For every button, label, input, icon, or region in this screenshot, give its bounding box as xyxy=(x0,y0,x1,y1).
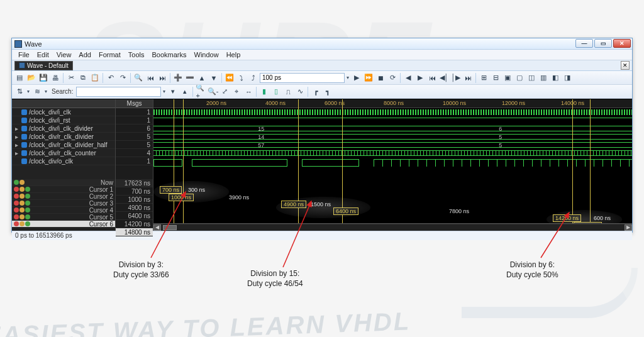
scroll-right-icon[interactable]: ▶ xyxy=(625,224,632,231)
signal-name[interactable]: /clock_div/i_clk xyxy=(29,109,71,116)
menu-edit[interactable]: Edit xyxy=(33,50,53,59)
time-step-dropdown-icon[interactable]: ▾ xyxy=(345,72,350,84)
step-out-icon[interactable]: ⤴ xyxy=(248,72,259,84)
menu-view[interactable]: View xyxy=(53,50,75,59)
scroll-left-icon[interactable]: ◀ xyxy=(153,224,161,231)
zoom-out-icon[interactable]: 🔍- xyxy=(207,86,218,97)
up-icon[interactable]: ▲ xyxy=(196,72,208,84)
close-button[interactable]: ✕ xyxy=(613,39,631,48)
wave-window: Wave — ▭ ✕ File Edit View Add Format Too… xyxy=(11,38,633,233)
tab-close-icon[interactable]: ✕ xyxy=(621,61,630,70)
cursor-row: Cursor 5 xyxy=(12,214,115,221)
signal-name[interactable]: /clock_div/o_clk xyxy=(29,158,73,165)
add-wave-icon[interactable]: ➕ xyxy=(172,72,184,84)
zoom-cursor-icon[interactable]: ⌖ xyxy=(231,86,242,97)
signal-name[interactable]: /clock_div/r_clk_counter xyxy=(29,150,96,157)
collapse-icon[interactable]: ⊟ xyxy=(490,72,501,84)
signal-name[interactable]: /clock_div/i_rst xyxy=(29,117,70,124)
cursor-left-icon[interactable]: ◀ xyxy=(402,72,414,84)
msgs-column: Msgs 1 1 6 5 5 4 1 17623 ns 700 ns 1000 … xyxy=(116,99,153,231)
scroll-thumb[interactable] xyxy=(163,225,177,230)
copy-icon[interactable]: ⧉ xyxy=(77,72,89,84)
next-edge-icon[interactable]: │▶ xyxy=(450,72,462,84)
signal-name[interactable]: /clock_div/i_clk_divider xyxy=(29,125,93,132)
horizontal-scrollbar[interactable]: ◀ ▶ xyxy=(153,223,632,231)
falling-edge-icon[interactable]: ┓ xyxy=(322,86,333,97)
zoom-range-icon[interactable]: ↔ xyxy=(243,86,254,97)
new-icon[interactable]: ▤ xyxy=(14,72,25,84)
search-up-icon[interactable]: ▴ xyxy=(179,86,191,97)
maximize-button[interactable]: ▭ xyxy=(594,39,612,48)
search-dropdown-icon[interactable]: ▾ xyxy=(162,86,167,97)
redo-icon[interactable]: ↷ xyxy=(117,72,128,84)
menu-file[interactable]: File xyxy=(14,50,33,59)
cursor-line-2[interactable] xyxy=(183,99,184,231)
zoom-full-icon[interactable]: ⤢ xyxy=(219,86,230,97)
find-next-icon[interactable]: ⏭ xyxy=(157,72,168,84)
step-in-icon[interactable]: ⤵ xyxy=(236,72,247,84)
time-step-field[interactable] xyxy=(260,73,345,83)
remove-wave-icon[interactable]: ➖ xyxy=(184,72,196,84)
menu-bar: File Edit View Add Format Tools Bookmark… xyxy=(12,50,632,60)
menu-format[interactable]: Format xyxy=(95,50,125,59)
down-icon[interactable]: ▼ xyxy=(208,72,219,84)
last-edge-icon[interactable]: ⏭ xyxy=(462,72,474,84)
layout4-icon[interactable]: ◨ xyxy=(562,72,573,84)
delta-label: 7800 ns xyxy=(449,208,469,214)
layout2-icon[interactable]: ▥ xyxy=(538,72,549,84)
prev-edge-icon[interactable]: ◀│ xyxy=(438,72,450,84)
group-icon[interactable]: ▣ xyxy=(502,72,513,84)
waveform-canvas[interactable]: 2000 ns 4000 ns 6000 ns 8000 ns 10000 ns… xyxy=(153,99,632,231)
wave-toggle-dd-icon[interactable]: ▾ xyxy=(43,86,48,97)
menu-bookmarks[interactable]: Bookmarks xyxy=(148,50,190,59)
track-i-clk xyxy=(153,108,632,116)
track-o-clk xyxy=(153,157,632,168)
restart-icon[interactable]: ⟳ xyxy=(387,72,398,84)
run-all-icon[interactable]: ⏩ xyxy=(363,72,374,84)
search-down-icon[interactable]: ▾ xyxy=(167,86,179,97)
wave-area: /clock_div/i_clk /clock_div/i_rst ▸/cloc… xyxy=(12,99,632,231)
rising-edge-icon[interactable]: ┏ xyxy=(310,86,321,97)
find-prev-icon[interactable]: ⏮ xyxy=(145,72,156,84)
layout1-icon[interactable]: ◫ xyxy=(526,72,537,84)
first-edge-icon[interactable]: ⏮ xyxy=(426,72,438,84)
menu-add[interactable]: Add xyxy=(75,50,95,59)
save-icon[interactable]: 💾 xyxy=(38,72,49,84)
wave-toggle-icon[interactable]: ≋ xyxy=(31,86,43,97)
link-icon[interactable]: ⇅ xyxy=(14,86,25,97)
ungroup-icon[interactable]: ▢ xyxy=(514,72,525,84)
cursor-right-icon[interactable]: ▶ xyxy=(414,72,426,84)
menu-help[interactable]: Help xyxy=(223,50,245,59)
menu-tools[interactable]: Tools xyxy=(125,50,148,59)
mode-analog-icon[interactable]: ∿ xyxy=(294,86,306,97)
mode-bar-icon[interactable]: ▮ xyxy=(258,86,270,97)
break-icon[interactable]: ⏹ xyxy=(375,72,386,84)
paste-icon[interactable]: 📋 xyxy=(89,72,101,84)
signal-row: ▸/clock_div/r_clk_divider_half xyxy=(12,141,115,149)
scroll-track[interactable] xyxy=(161,224,625,231)
find-icon[interactable]: 🔍 xyxy=(133,72,144,84)
zoom-in-icon[interactable]: 🔍+ xyxy=(195,86,206,97)
link-dropdown-icon[interactable]: ▾ xyxy=(26,86,31,97)
signal-name[interactable]: /clock_div/r_clk_divider xyxy=(29,133,94,140)
track-r-clk-counter xyxy=(153,149,632,157)
toolbar-secondary: ⇅ ▾ ≋ ▾ Search: ▾ ▾ ▴ 🔍+ 🔍- ⤢ ⌖ ↔ ▮ ▯ ⎍ … xyxy=(12,85,632,99)
run-icon[interactable]: ▶ xyxy=(351,72,362,84)
layout3-icon[interactable]: ◧ xyxy=(550,72,561,84)
search-input[interactable] xyxy=(76,87,161,97)
document-tab[interactable]: Wave - Default xyxy=(14,61,73,70)
undo-icon[interactable]: ↶ xyxy=(105,72,116,84)
expand-icon[interactable]: ⊞ xyxy=(478,72,489,84)
menu-window[interactable]: Window xyxy=(191,50,223,59)
minimize-button[interactable]: — xyxy=(575,39,593,48)
cut-icon[interactable]: ✂ xyxy=(65,72,77,84)
step-back-icon[interactable]: ⏪ xyxy=(224,72,235,84)
cursor-line-1[interactable] xyxy=(174,99,174,231)
signal-name[interactable]: /clock_div/r_clk_divider_half xyxy=(29,141,108,148)
open-icon[interactable]: 📂 xyxy=(26,72,37,84)
title-bar[interactable]: Wave — ▭ ✕ xyxy=(12,38,632,50)
mode-line-icon[interactable]: ▯ xyxy=(270,86,282,97)
print-icon[interactable]: 🖶 xyxy=(50,72,61,84)
mode-edge-icon[interactable]: ⎍ xyxy=(282,86,294,97)
signal-name-column[interactable]: /clock_div/i_clk /clock_div/i_rst ▸/cloc… xyxy=(12,99,116,231)
